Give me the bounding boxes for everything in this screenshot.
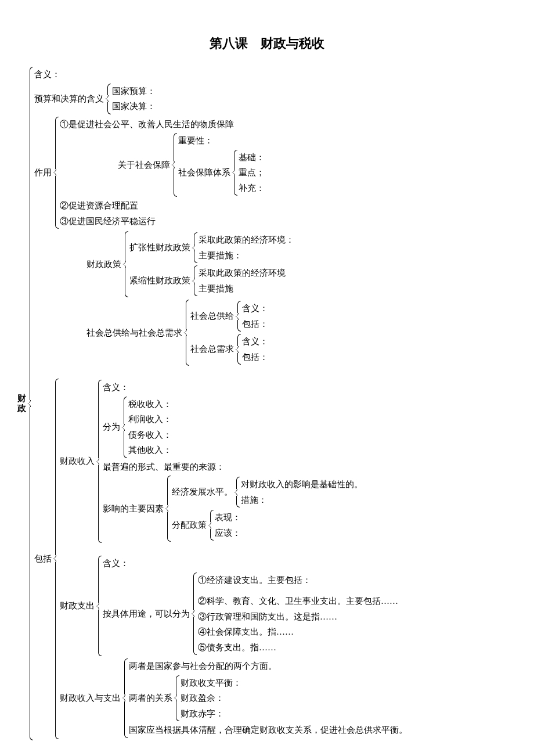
eco-brace: 经济发展水平。 对财政收入的影响是基础性的。 措施： — [172, 477, 363, 507]
income-meaning: 含义： — [103, 381, 363, 394]
budget-brace: 预算和决算的含义 国家预算： 国家决算： — [34, 84, 156, 114]
con-measure: 主要措施 — [199, 282, 286, 296]
use-a: ①经济建设支出。主要包括： — [198, 574, 398, 587]
use-c: ③行政管理和国防支出。这是指…… — [198, 610, 398, 624]
con-policy-label: 紧缩性财政政策 — [129, 274, 190, 287]
meaning: 含义： — [34, 68, 407, 81]
income-main: 最普遍的形式、最重要的来源： — [103, 460, 363, 474]
both-c: 国家应当根据具体清醒，合理确定财政收支关系，促进社会总供求平衡。 — [129, 723, 407, 737]
page-title: 第八课 财政与税收 — [17, 35, 517, 52]
rel-label: 两者的关系 — [129, 692, 172, 705]
budget-label: 预算和决算的含义 — [34, 92, 104, 106]
expense-label: 财政支出 — [60, 599, 95, 613]
supply-include: 包括： — [242, 318, 268, 331]
role-3: ③促进国民经济平稳运行 — [60, 215, 265, 228]
supply-brace: 社会总供给 含义： 包括： — [190, 301, 268, 332]
eco-a: 对财政收入的影响是基础性的。 — [241, 478, 363, 491]
role-label: 作用 — [34, 166, 52, 179]
type-tax: 税收收入： — [128, 398, 172, 411]
use-label: 按具体用途，可以分为 — [103, 607, 190, 621]
income-brace: 财政收入 含义： 分为 税收收入： — [60, 380, 363, 543]
ss-sys-c: 补充： — [239, 182, 265, 195]
root-brace: 财政 含义： 预算和决算的含义 国家预算： 国家决算： 作用 ①是促进社会公平、… — [17, 67, 407, 740]
policy-brace: 财政政策 扩张性财政政策 采取此政策的经济环境： 主要措施： — [86, 231, 294, 297]
social-security-brace: 关于社会保障 重要性： 社会保障体系 基础： — [118, 133, 265, 197]
include-brace: 包括 财政收入 含义： 分为 — [34, 379, 407, 739]
eco-label: 经济发展水平。 — [172, 485, 233, 499]
expense-meaning: 含义： — [103, 557, 398, 570]
con-policy-brace: 紧缩性财政政策 采取此政策的经济环境 主要措施 — [129, 265, 286, 296]
ss-importance: 重要性： — [178, 134, 265, 147]
policy-label: 财政政策 — [86, 258, 121, 271]
type-debt: 债务收入： — [128, 429, 172, 442]
both-a: 两者是国家参与社会分配的两个方面。 — [129, 660, 407, 673]
factors-label: 影响的主要因素 — [103, 502, 164, 516]
eco-b: 措施： — [241, 494, 363, 507]
national-final: 国家决算： — [112, 100, 156, 113]
ss-label: 关于社会保障 — [118, 159, 170, 172]
income-types-brace: 分为 税收收入： 利润收入： 债务收入： 其他收入： — [103, 397, 172, 458]
ss-system-label: 社会保障体系 — [178, 166, 230, 179]
type-profit: 利润收入： — [128, 413, 172, 426]
role-brace: 作用 ①是促进社会公平、改善人民生活的物质保障 关于社会保障 重要性： — [34, 117, 265, 229]
rel-b: 财政盈余： — [181, 692, 241, 705]
ss-sys-a: 基础： — [239, 151, 265, 164]
national-budget: 国家预算： — [112, 85, 156, 98]
both-brace: 财政收入与支出 两者是国家参与社会分配的两个方面。 两者的关系 财政 — [60, 658, 407, 738]
type-other: 其他收入： — [128, 444, 172, 457]
con-env: 采取此政策的经济环境 — [199, 267, 286, 280]
expense-brace: 财政支出 含义： 按具体用途，可以分为 ①经济建设支出。主要包括： — [60, 556, 398, 656]
root-label: 财政 — [17, 394, 26, 413]
rel-a: 财政收支平衡： — [181, 676, 241, 690]
dist-a: 表现： — [215, 511, 241, 524]
use-b: ②科学、教育、文化、卫生事业支出。主要包括…… — [198, 595, 398, 608]
ss-sys-b: 重点； — [239, 166, 265, 179]
rel-brace: 两者的关系 财政收支平衡： 财政盈余： 财政赤字： — [129, 675, 241, 722]
dist-b: 应该： — [215, 527, 241, 540]
demand-label: 社会总需求 — [190, 343, 234, 356]
sd-label: 社会总供给与社会总需求 — [86, 326, 182, 340]
income-types-label: 分为 — [103, 420, 120, 434]
sd-brace: 社会总供给与社会总需求 社会总供给 含义： 包括： — [86, 300, 268, 366]
use-brace: 按具体用途，可以分为 ①经济建设支出。主要包括： ②科学、教育、文化、卫生事业支… — [103, 573, 398, 656]
role-1: ①是促进社会公平、改善人民生活的物质保障 — [60, 118, 265, 131]
dist-label: 分配政策 — [172, 519, 207, 532]
demand-brace: 社会总需求 含义： 包括： — [190, 334, 268, 365]
income-label: 财政收入 — [60, 455, 95, 468]
use-d: ④社会保障支出。指…… — [198, 625, 398, 639]
exp-measure: 主要措施： — [199, 249, 294, 262]
rel-c: 财政赤字： — [181, 707, 241, 721]
dist-brace: 分配政策 表现： 应该： — [172, 510, 241, 541]
include-label: 包括 — [34, 552, 52, 566]
role-2: ②促进资源合理配置 — [60, 199, 265, 213]
supply-label: 社会总供给 — [190, 309, 234, 323]
both-label: 财政收入与支出 — [60, 692, 121, 705]
exp-policy-brace: 扩张性财政政策 采取此政策的经济环境： 主要措施： — [129, 232, 294, 263]
exp-policy-label: 扩张性财政政策 — [129, 241, 190, 254]
demand-meaning: 含义： — [242, 335, 268, 348]
factors-brace: 影响的主要因素 经济发展水平。 — [103, 476, 363, 542]
demand-include: 包括： — [242, 351, 268, 364]
supply-meaning: 含义： — [242, 302, 268, 315]
use-e: ⑤债务支出。指…… — [198, 641, 398, 654]
exp-env: 采取此政策的经济环境： — [199, 233, 294, 247]
ss-system-brace: 社会保障体系 基础： 重点； 补充： — [178, 150, 265, 196]
